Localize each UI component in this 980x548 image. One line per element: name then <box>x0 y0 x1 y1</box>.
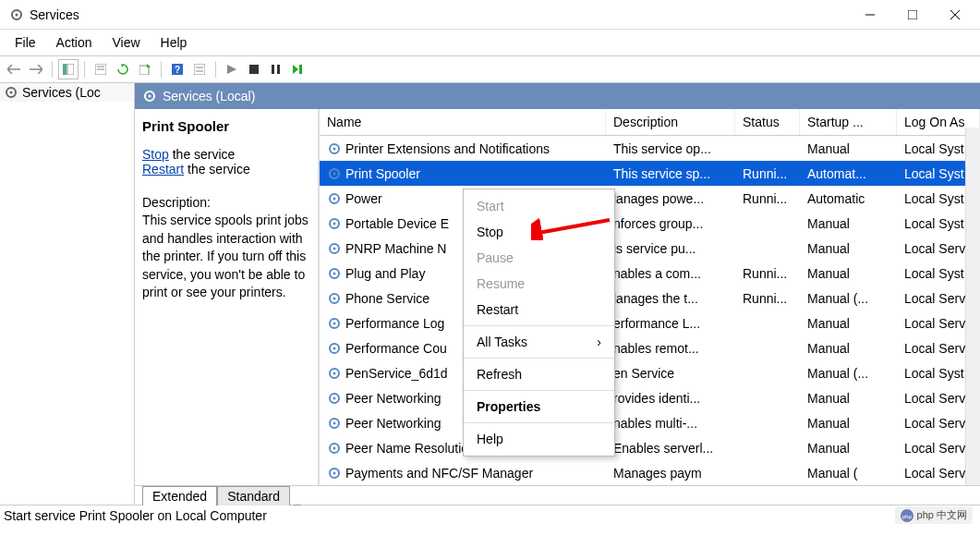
service-gear-icon <box>327 341 342 356</box>
service-gear-icon <box>327 266 342 281</box>
cell-logon: Local Syst <box>904 366 964 381</box>
properties-button[interactable] <box>91 59 111 79</box>
services-list: Name Description Status Startup ... Log … <box>320 109 980 485</box>
svg-point-24 <box>149 95 151 98</box>
maximize-button[interactable] <box>891 0 934 30</box>
svg-point-1 <box>16 13 18 16</box>
cell-desc: Manages paym <box>613 466 702 481</box>
service-row[interactable]: Performance Counables remot...ManualLoca… <box>320 335 980 360</box>
svg-point-42 <box>333 347 336 349</box>
svg-point-32 <box>333 222 336 225</box>
show-hide-tree-button[interactable] <box>58 59 79 79</box>
svg-point-46 <box>333 396 336 399</box>
close-button[interactable] <box>934 0 976 30</box>
cell-startup: Automatic <box>807 191 865 206</box>
svg-rect-18 <box>272 65 274 74</box>
svg-rect-6 <box>63 64 67 75</box>
stop-suffix: the service <box>169 147 236 162</box>
toolbar: ? <box>0 55 980 83</box>
svg-point-48 <box>333 421 336 424</box>
ctx-properties[interactable]: Properties <box>464 394 614 420</box>
cell-startup: Manual <box>807 141 850 156</box>
service-row[interactable]: Portable Device Enforces group...ManualL… <box>320 211 980 236</box>
svg-point-36 <box>333 272 336 274</box>
service-gear-icon <box>327 366 342 381</box>
minimize-button[interactable] <box>849 0 891 30</box>
cell-desc: This service op... <box>613 141 711 156</box>
pause-service-button[interactable] <box>266 59 286 79</box>
service-row[interactable]: PenService_6d1den ServiceManual (...Loca… <box>320 360 980 385</box>
cell-logon: Local Serv <box>904 441 965 456</box>
cell-logon: Local Syst <box>904 216 964 231</box>
gear-icon <box>4 85 18 100</box>
cell-name: Peer Networking <box>345 391 442 406</box>
cell-name: PNRP Machine N <box>345 241 446 256</box>
menu-file[interactable]: File <box>6 31 45 54</box>
nav-item-services[interactable]: Services (Loc <box>0 83 134 102</box>
cell-desc: erformance L... <box>613 316 700 331</box>
cell-desc: lanages the t... <box>613 291 698 306</box>
restart-service-button[interactable] <box>288 59 309 79</box>
export-button[interactable] <box>135 59 155 79</box>
ctx-resume: Resume <box>464 271 614 297</box>
start-service-button[interactable] <box>222 59 242 79</box>
cell-name: Plug and Play <box>345 266 425 281</box>
menu-help[interactable]: Help <box>151 31 197 54</box>
stop-service-button[interactable] <box>244 59 264 79</box>
ctx-help[interactable]: Help <box>464 426 614 452</box>
service-row[interactable]: Payments and NFC/SF ManagerManages paymM… <box>320 460 980 485</box>
ctx-restart[interactable]: Restart <box>464 297 614 323</box>
list-button[interactable] <box>189 59 210 79</box>
cell-logon: Local Serv <box>904 391 965 406</box>
service-row[interactable]: Powerlanages powe...Runni...AutomaticLoc… <box>320 186 980 211</box>
cell-desc: Enables serverl... <box>613 441 713 456</box>
col-startup[interactable]: Startup ... <box>800 109 897 135</box>
svg-point-28 <box>333 172 336 175</box>
stop-link[interactable]: Stop <box>142 147 169 162</box>
col-status[interactable]: Status <box>735 109 800 135</box>
cell-desc: nforces group... <box>613 216 703 231</box>
col-name[interactable]: Name <box>320 109 606 135</box>
service-gear-icon <box>327 216 342 231</box>
menu-view[interactable]: View <box>103 31 149 54</box>
service-row[interactable]: Printer Extensions and NotificationsThis… <box>320 136 980 161</box>
service-gear-icon <box>327 466 342 481</box>
service-row[interactable]: Plug and Playnables a com...Runni...Manu… <box>320 261 980 286</box>
status-text: Start service Print Spooler on Local Com… <box>4 508 267 523</box>
service-row[interactable]: Print SpoolerThis service sp...Runni...A… <box>320 161 980 186</box>
cell-logon: Local Serv <box>904 316 965 331</box>
service-row[interactable]: Phone Servicelanages the t...Runni...Man… <box>320 286 980 311</box>
status-bar: Start service Print Spooler on Local Com… <box>0 505 980 525</box>
context-menu: Start Stop Pause Resume Restart All Task… <box>463 189 615 457</box>
service-row[interactable]: PNRP Machine Nis service pu...ManualLoca… <box>320 236 980 261</box>
forward-button[interactable] <box>26 59 46 79</box>
ctx-all-tasks[interactable]: All Tasks› <box>464 329 614 355</box>
services-app-icon <box>9 7 24 22</box>
ctx-stop[interactable]: Stop <box>464 219 614 245</box>
help-button[interactable]: ? <box>167 59 188 79</box>
nav-item-label: Services (Loc <box>22 85 101 100</box>
col-description[interactable]: Description <box>606 109 735 135</box>
service-row[interactable]: Performance Logerformance L...ManualLoca… <box>320 311 980 335</box>
menu-action[interactable]: Action <box>47 31 102 54</box>
back-button[interactable] <box>4 59 24 79</box>
cell-name: Portable Device E <box>345 216 449 231</box>
cell-desc: This service sp... <box>613 166 710 181</box>
ctx-refresh[interactable]: Refresh <box>464 361 614 387</box>
service-row[interactable]: Peer Name Resolution ProtocolEnables ser… <box>320 435 980 460</box>
tab-standard[interactable]: Standard <box>217 486 290 505</box>
cell-startup: Manual <box>807 316 850 331</box>
view-tabs: Extended Standard <box>135 485 980 505</box>
cell-name: Peer Networking <box>345 416 442 431</box>
svg-rect-7 <box>67 64 74 75</box>
svg-rect-19 <box>277 65 280 74</box>
service-row[interactable]: Peer Networkingrovides identi...ManualLo… <box>320 385 980 410</box>
tab-extended[interactable]: Extended <box>142 486 217 505</box>
vertical-scrollbar[interactable] <box>965 128 980 485</box>
cell-status: Runni... <box>743 266 787 281</box>
refresh-button[interactable] <box>113 59 133 79</box>
service-row[interactable]: Peer Networkingnables multi-...ManualLoc… <box>320 410 980 435</box>
service-gear-icon <box>327 291 342 306</box>
restart-link[interactable]: Restart <box>142 162 184 177</box>
service-gear-icon <box>327 141 342 156</box>
